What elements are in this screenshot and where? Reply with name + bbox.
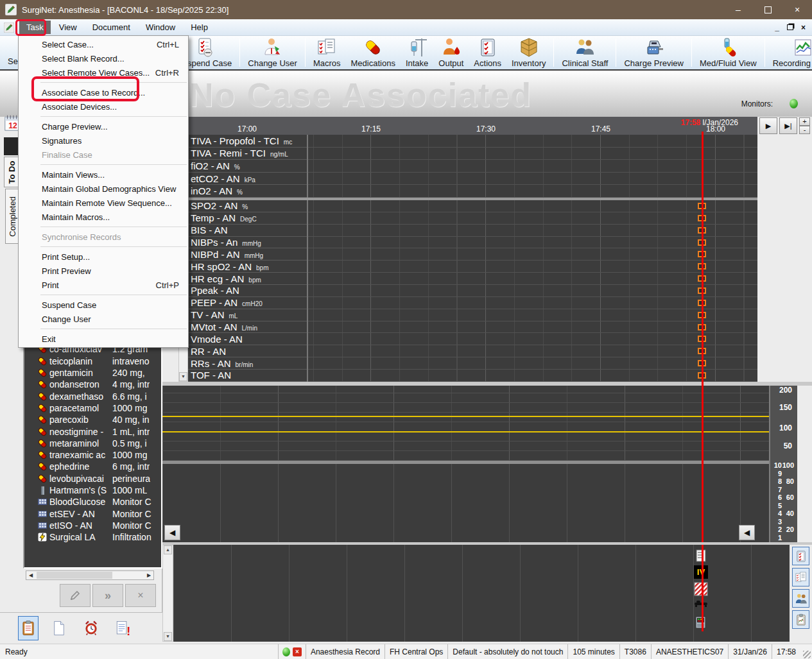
todo-item-ephedrine[interactable]: ephedrine6 mg, intr xyxy=(24,461,161,472)
chart-row[interactable] xyxy=(308,261,757,273)
menu-item-maintain-global-demographics-view[interactable]: Maintain Global Demographics View xyxy=(19,182,188,196)
mdi-close-button[interactable]: × xyxy=(801,23,806,32)
pan-left-button-right[interactable]: ◀ xyxy=(739,525,755,540)
menu-window[interactable]: Window xyxy=(139,21,182,34)
scroll-left-icon[interactable]: ◀ xyxy=(26,571,35,579)
mdi-restore-button[interactable] xyxy=(787,24,793,30)
blank-document-button[interactable] xyxy=(49,616,69,640)
toolbar-button-change-user[interactable]: Change User xyxy=(243,36,302,69)
toolbar-button-medications[interactable]: Medications xyxy=(346,36,401,69)
dissociate-icon[interactable]: × xyxy=(293,647,302,656)
menu-item-suspend-case[interactable]: Suspend Case xyxy=(19,298,188,312)
chart-row[interactable] xyxy=(308,248,757,261)
chart-row[interactable] xyxy=(308,297,757,309)
scroll-down-icon[interactable]: ▼ xyxy=(179,372,187,381)
toolbar-button-clinical-staff[interactable]: Clinical Staff xyxy=(557,36,613,69)
todo-item-bloodglucose[interactable]: BloodGlucoseMonitor C xyxy=(24,496,161,508)
bed-icon[interactable] xyxy=(694,599,708,612)
menu-item-maintain-views[interactable]: Maintain Views... xyxy=(19,167,188,182)
chart-row[interactable] xyxy=(308,333,757,345)
toolbar-button-macros[interactable]: Macros xyxy=(308,36,346,69)
events-grid[interactable]: IV xyxy=(173,545,790,642)
close-button[interactable]: × xyxy=(782,0,812,19)
vitals-grid[interactable] xyxy=(308,200,757,382)
toolbar-button-output[interactable]: Output xyxy=(433,36,469,69)
menu-item-select-case[interactable]: Select Case...Ctrl+L xyxy=(19,37,188,51)
scrollbar-thumb[interactable] xyxy=(37,572,112,579)
step-forward-button[interactable]: ▶ xyxy=(759,117,777,134)
chart-row[interactable] xyxy=(308,370,757,382)
toolbar-button-intake[interactable]: Intake xyxy=(401,36,433,69)
maximize-button[interactable] xyxy=(753,0,782,19)
fast-forward-button[interactable]: » xyxy=(92,584,123,607)
menu-item-signatures[interactable]: Signatures xyxy=(19,133,188,148)
alert-document-button[interactable]: ! xyxy=(113,616,134,640)
todo-item-paracetamol[interactable]: paracetamol1000 mg xyxy=(24,402,161,414)
minimize-button[interactable]: – xyxy=(723,0,753,19)
menu-item-print[interactable]: PrintCtrl+P xyxy=(19,278,188,292)
chart-row[interactable] xyxy=(308,135,757,148)
device-icon[interactable] xyxy=(694,615,708,629)
menu-view[interactable]: View xyxy=(52,21,84,34)
scroll-right-icon[interactable]: ▶ xyxy=(144,571,153,579)
todo-clipboard-button[interactable] xyxy=(18,616,39,640)
todo-item-tranexamic-ac[interactable]: tranexamic ac1000 mg xyxy=(24,449,161,461)
todo-item-etsev-an[interactable]: etSEV - ANMonitor C xyxy=(24,508,161,519)
menu-document[interactable]: Document xyxy=(85,21,137,34)
todo-item-dexamethaso[interactable]: dexamethaso6.6 mg, i xyxy=(24,390,161,402)
chart-row[interactable] xyxy=(308,160,757,173)
menu-item-maintain-remote-view-sequence[interactable]: Maintain Remote View Sequence... xyxy=(19,196,188,210)
chart-row[interactable] xyxy=(308,273,757,285)
todo-item-etiso-an[interactable]: etISO - ANMonitor C xyxy=(24,520,161,531)
chart-row[interactable] xyxy=(308,185,757,198)
chart-row[interactable] xyxy=(308,237,757,249)
todo-item-hartmann-s-s[interactable]: Hartmann's (S1000 mL xyxy=(24,484,161,496)
menu-item-charge-preview[interactable]: Charge Preview... xyxy=(19,119,188,133)
note-icon[interactable] xyxy=(694,549,708,562)
jump-to-now-button[interactable]: ▶| xyxy=(779,117,797,134)
actions-small-button[interactable] xyxy=(792,547,809,565)
staff-small-button[interactable] xyxy=(792,589,809,608)
chart-row[interactable] xyxy=(308,173,757,185)
macros-small-button[interactable] xyxy=(792,568,809,586)
toolbar-button-med-fluid-view[interactable]: Med/Fluid View xyxy=(695,36,762,69)
menu-item-print-preview[interactable]: Print Preview xyxy=(19,264,188,278)
resize-grip[interactable] xyxy=(803,651,811,658)
toolbar-button-recording-mode[interactable]: Recording Mode xyxy=(768,36,812,69)
chart-row[interactable] xyxy=(308,321,757,334)
todo-item-metaraminol[interactable]: metaraminol0.5 mg, i xyxy=(24,438,161,449)
menu-item-change-user[interactable]: Change User xyxy=(19,312,188,326)
events-vertical-scrollbar[interactable]: ▲ ▼ xyxy=(162,545,173,642)
menu-item-exit[interactable]: Exit xyxy=(19,332,188,346)
edit-item-button[interactable] xyxy=(60,584,91,607)
iv-badge-icon[interactable]: IV xyxy=(694,565,708,579)
todo-item-surgical-la[interactable]: Surgical LAInfiltration xyxy=(24,531,161,543)
chart-row[interactable] xyxy=(308,309,757,321)
tab-to-do[interactable]: To Do xyxy=(4,157,19,187)
menu-item-associate-devices[interactable]: Associate Devices... xyxy=(19,99,188,114)
chart-row[interactable] xyxy=(308,285,757,297)
todo-item-teicoplanin[interactable]: teicoplaninintraveno xyxy=(24,355,161,367)
scroll-down-icon[interactable]: ▼ xyxy=(164,632,172,641)
toolbar-button-inventory[interactable]: Inventory xyxy=(506,36,551,69)
hatched-marker-icon[interactable] xyxy=(694,582,708,595)
infusion-grid[interactable] xyxy=(308,135,757,198)
menu-item-print-setup[interactable]: Print Setup... xyxy=(19,250,188,264)
mdi-minimize-button[interactable]: _ xyxy=(775,23,779,32)
chart-small-button[interactable] xyxy=(792,610,809,629)
menu-item-select-blank-record[interactable]: Select Blank Record... xyxy=(19,51,188,65)
chart-row[interactable] xyxy=(308,357,757,370)
todo-item-gentamicin[interactable]: gentamicin240 mg, xyxy=(24,367,161,379)
zoom-out-button[interactable]: - xyxy=(799,126,810,134)
todo-item-parecoxib[interactable]: parecoxib40 mg, in xyxy=(24,414,161,425)
pan-left-button[interactable]: ◀ xyxy=(164,525,180,540)
chart-row[interactable] xyxy=(308,345,757,357)
todo-item-ondansetron[interactable]: ondansetron4 mg, intr xyxy=(24,379,161,390)
todo-item-neostigmine[interactable]: neostigmine -1 mL, intr xyxy=(24,425,161,437)
delete-item-button[interactable]: × xyxy=(125,584,156,607)
chart-row[interactable] xyxy=(308,225,757,237)
zoom-in-button[interactable]: + xyxy=(799,117,810,126)
menu-item-maintain-macros[interactable]: Maintain Macros... xyxy=(19,210,188,224)
chart-row[interactable] xyxy=(308,200,757,212)
todo-horizontal-scrollbar[interactable]: ◀ ▶ xyxy=(26,570,154,580)
